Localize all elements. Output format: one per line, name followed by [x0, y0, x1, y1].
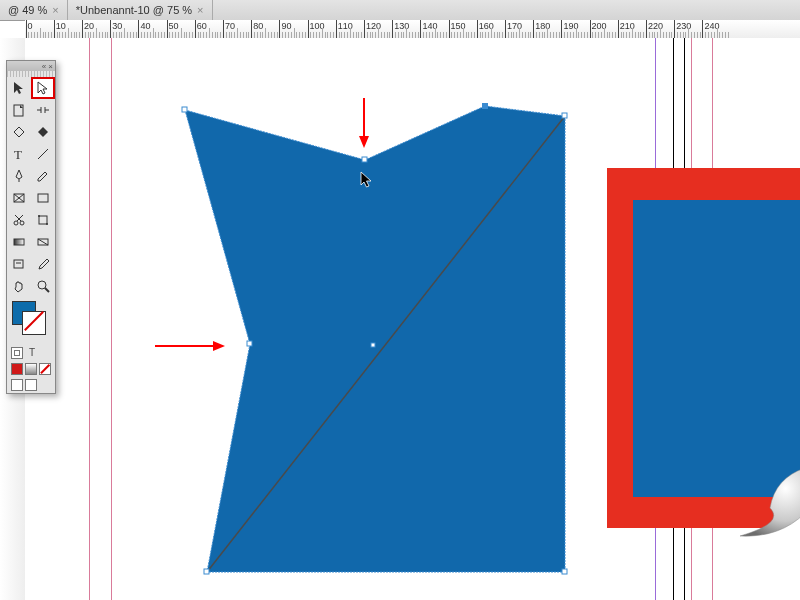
- svg-line-12: [38, 149, 48, 159]
- svg-rect-5: [562, 113, 567, 118]
- document-tabs: @ 49 % × *Unbenannt-10 @ 75 % ×: [0, 0, 800, 21]
- svg-marker-0: [185, 106, 565, 572]
- pencil-tool[interactable]: [31, 165, 55, 187]
- type-tool[interactable]: T: [7, 143, 31, 165]
- panel-header[interactable]: « ×: [7, 61, 55, 71]
- stroke-swatch[interactable]: [22, 311, 46, 335]
- tab-label: *Unbenannt-10 @ 75 %: [76, 4, 192, 16]
- zoom-tool[interactable]: [31, 275, 55, 297]
- svg-rect-8: [247, 341, 252, 346]
- normal-view-icon[interactable]: [11, 379, 23, 391]
- selection-tool[interactable]: [7, 77, 31, 99]
- svg-rect-6: [562, 569, 567, 574]
- svg-rect-19: [39, 216, 47, 224]
- cursor-pointer-icon: [360, 171, 374, 189]
- svg-line-27: [45, 288, 49, 292]
- svg-point-18: [20, 221, 24, 225]
- default-swap-row: T: [7, 345, 55, 361]
- formatting-container-icon[interactable]: [11, 347, 23, 359]
- svg-rect-3: [362, 157, 367, 162]
- svg-rect-24: [14, 260, 23, 268]
- page-tool[interactable]: [7, 99, 31, 121]
- preview-view-icon[interactable]: [25, 379, 37, 391]
- tab-doc-2[interactable]: *Unbenannt-10 @ 75 % ×: [68, 0, 213, 20]
- svg-point-21: [46, 223, 48, 225]
- scissors-tool[interactable]: [7, 209, 31, 231]
- tab-label: @ 49 %: [8, 4, 47, 16]
- hand-tool[interactable]: [7, 275, 31, 297]
- gradient-swatch-tool[interactable]: [7, 231, 31, 253]
- svg-rect-22: [14, 239, 24, 245]
- canvas[interactable]: [25, 38, 800, 600]
- ruler-horizontal[interactable]: 3020100102030405060708090100110120130140…: [25, 20, 800, 39]
- content-collector-tool[interactable]: [7, 121, 31, 143]
- svg-text:T: T: [14, 147, 22, 161]
- svg-rect-2: [182, 107, 187, 112]
- view-mode-row: [7, 377, 55, 393]
- tab-doc-1[interactable]: @ 49 % ×: [0, 0, 68, 20]
- eyedropper-tool[interactable]: [31, 253, 55, 275]
- fill-stroke-swatches[interactable]: [7, 297, 55, 345]
- svg-rect-7: [204, 569, 209, 574]
- gap-tool[interactable]: [31, 99, 55, 121]
- rectangle-frame-tool[interactable]: [7, 187, 31, 209]
- blue-polygon[interactable]: [25, 38, 800, 600]
- tools-panel[interactable]: « × T T: [6, 60, 56, 394]
- page-curl-icon: [735, 468, 800, 538]
- direct-selection-tool[interactable]: [31, 77, 55, 99]
- svg-point-20: [38, 215, 40, 217]
- svg-rect-9: [371, 343, 375, 347]
- free-transform-tool[interactable]: [31, 209, 55, 231]
- line-tool[interactable]: [31, 143, 55, 165]
- svg-point-26: [38, 281, 46, 289]
- note-tool[interactable]: [7, 253, 31, 275]
- close-icon[interactable]: ×: [52, 4, 58, 16]
- content-placer-tool[interactable]: [31, 121, 55, 143]
- gradient-feather-tool[interactable]: [31, 231, 55, 253]
- apply-row: [7, 361, 55, 377]
- apply-none-swatch[interactable]: [39, 363, 51, 375]
- apply-gradient-swatch[interactable]: [25, 363, 37, 375]
- pen-tool[interactable]: [7, 165, 31, 187]
- formatting-text-icon[interactable]: T: [29, 347, 35, 359]
- svg-rect-16: [38, 194, 48, 202]
- close-icon[interactable]: ×: [197, 4, 203, 16]
- svg-point-17: [14, 221, 18, 225]
- apply-color-swatch[interactable]: [11, 363, 23, 375]
- collapse-icon[interactable]: « ×: [42, 62, 53, 71]
- rectangle-tool[interactable]: [31, 187, 55, 209]
- svg-rect-4: [482, 103, 488, 109]
